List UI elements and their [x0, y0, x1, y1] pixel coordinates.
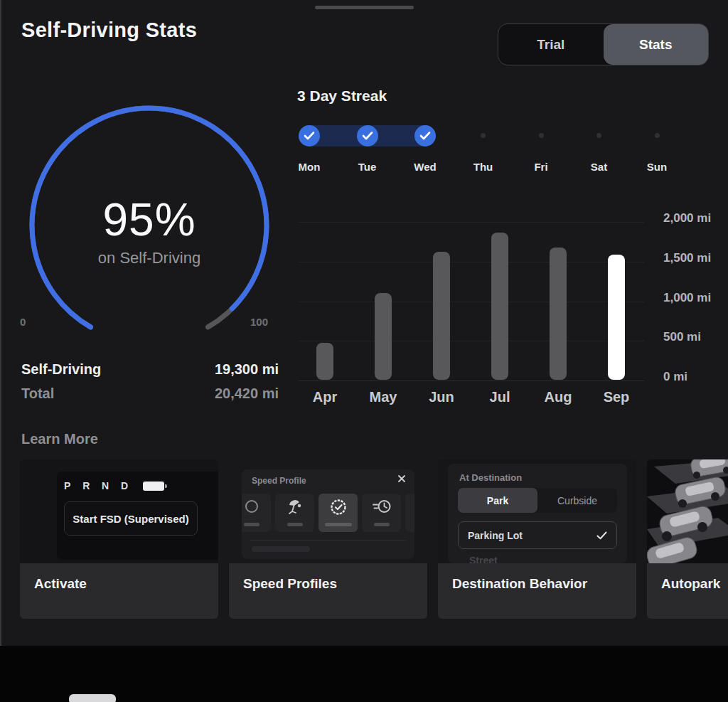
y-axis-tick-label: 0 mi	[663, 370, 687, 384]
chart-x-labels: AprMayJunJulAugSep	[299, 389, 644, 406]
card-autopark-thumb	[647, 459, 728, 563]
gridline	[299, 302, 644, 302]
x-axis-tick-label: Jul	[471, 389, 529, 405]
divider	[250, 540, 406, 541]
gauge-value: 95%	[43, 196, 256, 243]
destination-preview-panel: At Destination Park Curbside Parking Lot…	[448, 464, 627, 563]
card-autopark[interactable]: Autopark	[647, 459, 728, 619]
bar-jun	[433, 252, 450, 380]
usage-row-self-driving: Self-Driving 19,300 mi	[21, 361, 279, 378]
close-icon	[397, 474, 406, 483]
day-label: Sat	[578, 161, 621, 173]
day-dot	[481, 133, 486, 138]
gear-selector-label: P R N D	[64, 480, 133, 491]
start-fsd-button-preview: Start FSD (Supervised)	[64, 501, 198, 536]
bar-may	[375, 293, 392, 380]
day-label: Wed	[404, 161, 446, 173]
streak-title: 3 Day Streak	[297, 87, 387, 105]
speed-profile-tile	[318, 494, 358, 532]
self-driving-stats-screen: Self-Driving Stats Trial Stats 3 Day Str…	[0, 0, 728, 702]
x-axis-tick-label: Aug	[529, 389, 587, 405]
card-label: Autopark	[647, 563, 728, 619]
option-label: Parking Lot	[468, 530, 523, 541]
card-destination-behavior[interactable]: At Destination Park Curbside Parking Lot…	[438, 459, 636, 619]
chill-umbrella-icon	[287, 499, 304, 517]
segment-park: Park	[458, 488, 537, 513]
y-axis-tick-label: 2,000 mi	[663, 211, 711, 225]
x-axis-tick-label: Sep	[587, 389, 646, 405]
day-dot	[655, 133, 660, 138]
toggle-stats[interactable]: Stats	[604, 24, 709, 65]
miles-bar-chart	[299, 199, 644, 381]
card-activate-thumb: P R N D Start FSD (Supervised)	[20, 459, 218, 563]
day-check-icon	[414, 125, 436, 147]
speed-profile-panel-title: Speed Profile	[252, 476, 306, 486]
gauge-min-label: 0	[20, 316, 26, 328]
x-axis-tick-label: Apr	[296, 389, 354, 405]
usage-label: Total	[21, 385, 54, 402]
gridline	[299, 341, 644, 341]
usage-label: Self-Driving	[21, 361, 101, 378]
streak-days-row: MonTueWedThuFriSatSun	[288, 121, 693, 181]
usage-value: 20,420 mi	[215, 385, 279, 402]
y-axis-tick-label: 1,500 mi	[663, 251, 711, 265]
y-axis-tick-label: 1,000 mi	[663, 291, 711, 305]
profile-partial-left	[244, 499, 259, 517]
x-axis-tick-label: Jun	[412, 389, 471, 405]
speed-profile-preview-panel: Speed Profile	[242, 469, 414, 559]
bar-aug	[550, 248, 567, 380]
card-label: Speed Profiles	[229, 563, 427, 619]
parking-lot-option: Parking Lot	[458, 521, 617, 549]
page-title: Self-Driving Stats	[21, 18, 197, 42]
x-axis-tick-label: May	[354, 389, 412, 405]
bar-sep	[608, 255, 625, 380]
speed-profile-tile	[362, 494, 401, 532]
drag-handle[interactable]	[315, 6, 414, 9]
card-label: Activate	[20, 563, 218, 619]
chart-y-labels: 2,000 mi1,500 mi1,000 mi500 mi0 mi	[663, 199, 727, 385]
parked-cars-image	[647, 459, 728, 563]
street-option-partial: Street	[469, 555, 498, 563]
gauge-center: 95% on Self-Driving	[43, 196, 256, 267]
day-dot	[596, 133, 601, 138]
card-speed-profiles-thumb: Speed Profile	[229, 459, 427, 563]
fsd-preview-panel: P R N D Start FSD (Supervised)	[57, 472, 218, 560]
segment-curbside: Curbside	[537, 488, 617, 513]
tile-label-placeholder	[374, 523, 390, 526]
view-toggle: Trial Stats	[498, 23, 709, 65]
active-app-indicator	[69, 694, 116, 702]
at-destination-heading: At Destination	[459, 472, 522, 483]
text-placeholder	[252, 546, 310, 552]
battery-icon	[143, 482, 164, 491]
day-check-icon	[299, 125, 320, 147]
gauge-caption: on Self-Driving	[43, 249, 256, 267]
day-label: Thu	[462, 161, 505, 173]
speed-profile-tile	[405, 494, 414, 532]
day-label: Sun	[636, 161, 678, 173]
tile-label-placeholder	[325, 523, 352, 526]
check-icon	[596, 531, 607, 540]
gridline	[299, 381, 644, 381]
card-speed-profiles[interactable]: Speed Profile Speed Profiles	[229, 459, 427, 619]
day-label: Fri	[520, 161, 562, 173]
gridline	[299, 222, 644, 223]
tile-label-placeholder	[244, 523, 259, 526]
gridline	[299, 262, 644, 262]
standard-check-icon	[330, 499, 347, 518]
toggle-trial[interactable]: Trial	[498, 24, 604, 65]
speed-profile-tile	[242, 494, 271, 532]
day-label: Tue	[346, 161, 389, 173]
speed-profile-tile	[275, 494, 314, 532]
gauge-max-label: 100	[250, 316, 268, 328]
usage-row-total: Total 20,420 mi	[21, 385, 279, 402]
usage-value: 19,300 mi	[215, 361, 279, 378]
window-edge	[0, 0, 1, 646]
day-label: Mon	[288, 161, 331, 173]
hurry-clock-icon	[372, 499, 392, 517]
card-activate[interactable]: P R N D Start FSD (Supervised) Activate	[20, 459, 218, 619]
day-dot	[539, 133, 544, 138]
bar-jul	[491, 233, 508, 380]
day-check-icon	[357, 125, 378, 147]
tile-label-placeholder	[287, 523, 303, 526]
park-curbside-segmented: Park Curbside	[458, 488, 617, 513]
